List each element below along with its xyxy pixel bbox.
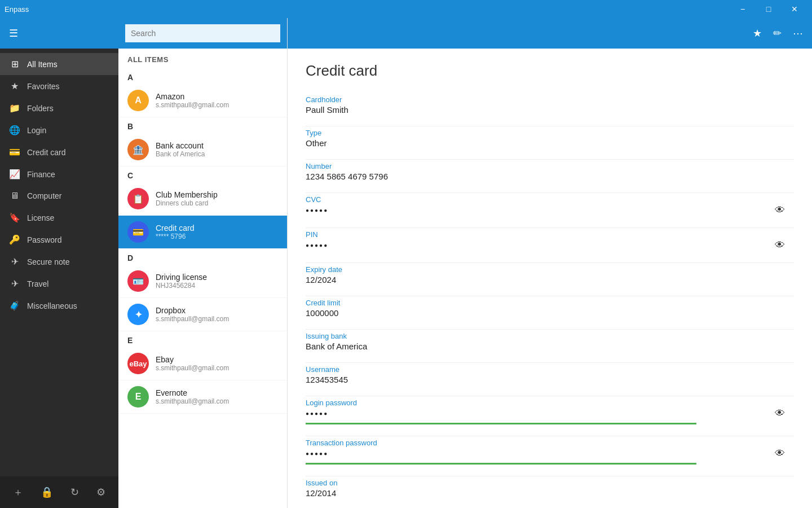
hamburger-icon[interactable]: ☰ [9, 27, 18, 40]
sidebar-item-favorites[interactable]: ★ Favorites [0, 75, 118, 97]
pin-eye-button[interactable]: 👁 [775, 239, 785, 251]
field-value-expiry-date: 12/2024 [306, 275, 794, 284]
sidebar-item-folders[interactable]: 📁 Folders [0, 97, 118, 119]
grid-icon: ⊞ [9, 59, 20, 69]
sidebar-item-computer[interactable]: 🖥 Computer [0, 185, 118, 207]
sidebar-item-secure-note[interactable]: ✈ Secure note [0, 251, 118, 273]
key-icon: 🔑 [9, 234, 20, 245]
sidebar-item-login[interactable]: 🌐 Login [0, 119, 118, 141]
star-icon: ★ [9, 81, 20, 91]
item-title-club-membership: Club Membership [156, 190, 278, 199]
close-button[interactable]: ✕ [782, 0, 807, 18]
field-value-transaction-password: ●●●●● [306, 448, 794, 459]
detail-title: Credit card [306, 62, 794, 80]
item-title-credit-card: Credit card [156, 224, 278, 233]
search-input[interactable] [125, 24, 280, 42]
item-title-amazon: Amazon [156, 92, 278, 101]
field-value-cardholder: Paull Smith [306, 105, 794, 115]
field-label-login-password: Login password [306, 398, 794, 407]
list-item-credit-card[interactable]: 💳 Credit card ***** 5796 [118, 216, 287, 249]
list-item-bank-account[interactable]: 🏦 Bank account Bank of America [118, 133, 287, 167]
sidebar: ☰ ⊞ All Items ★ Favorites 📁 Folders 🌐 Lo… [0, 18, 118, 508]
app-title: Enpass [5, 5, 29, 14]
field-cardholder: Cardholder Paull Smith [306, 95, 794, 115]
folders-label: Folders [27, 104, 54, 113]
detail-content: Credit card Cardholder Paull Smith Type … [288, 49, 812, 508]
credit-card-icon: 💳 [9, 147, 20, 157]
field-issued-on: Issued on 12/2014 [306, 479, 794, 498]
list-item-driving-license[interactable]: 🪪 Driving license NHJ3456284 [118, 265, 287, 298]
all-items-label: All Items [27, 60, 58, 69]
middle-panel: ALL ITEMS A A Amazon s.smithpaull@gmail.… [118, 18, 288, 508]
sidebar-header: ☰ [0, 18, 118, 49]
finance-icon: 📈 [9, 169, 20, 179]
sync-button[interactable]: ↻ [70, 486, 79, 498]
avatar-credit-card: 💳 [127, 221, 149, 243]
field-label-issuing-bank: Issuing bank [306, 332, 794, 340]
login-password-strength [306, 423, 696, 424]
field-expiry-date: Expiry date 12/2024 [306, 265, 794, 284]
avatar-amazon: A [127, 90, 149, 111]
avatar-dropbox: ✦ [127, 304, 149, 325]
sidebar-footer: ＋ 🔒 ↻ ⚙ [0, 476, 118, 508]
login-password-eye-button[interactable]: 👁 [775, 408, 785, 419]
item-title-bank-account: Bank account [156, 141, 278, 150]
item-sub-dropbox: s.smithpaull@gmail.com [156, 315, 278, 323]
field-pin: PIN ●●●●● 👁 [306, 230, 794, 251]
login-label: Login [27, 126, 46, 135]
field-label-issued-on: Issued on [306, 479, 794, 487]
sidebar-item-travel[interactable]: ✈ Travel [0, 273, 118, 295]
sidebar-item-all-items[interactable]: ⊞ All Items [0, 53, 118, 75]
list-item-ebay[interactable]: eBay Ebay s.smithpaull@gmail.com [118, 347, 287, 380]
list-scroll: A A Amazon s.smithpaull@gmail.com B 🏦 Ba… [118, 68, 287, 508]
item-title-evernote: Evernote [156, 388, 278, 397]
item-title-dropbox: Dropbox [156, 306, 278, 315]
field-label-pin: PIN [306, 230, 794, 239]
transaction-password-eye-button[interactable]: 👁 [775, 448, 785, 459]
titlebar-controls: − □ ✕ [730, 0, 807, 18]
avatar-ebay: eBay [127, 353, 149, 374]
item-sub-ebay: s.smithpaull@gmail.com [156, 364, 278, 372]
avatar-bank-account: 🏦 [127, 139, 149, 160]
search-bar [118, 18, 287, 49]
sidebar-item-finance[interactable]: 📈 Finance [0, 163, 118, 185]
sidebar-item-password[interactable]: 🔑 Password [0, 229, 118, 251]
section-letter-d: D [118, 249, 287, 265]
list-item-club-membership[interactable]: 📋 Club Membership Dinners club card [118, 182, 287, 216]
field-value-login-password: ●●●●● [306, 408, 794, 419]
list-item-amazon[interactable]: A Amazon s.smithpaull@gmail.com [118, 84, 287, 117]
miscellaneous-label: Miscellaneous [27, 301, 77, 310]
item-sub-bank-account: Bank of America [156, 150, 278, 158]
item-sub-amazon: s.smithpaull@gmail.com [156, 101, 278, 109]
maximize-button[interactable]: □ [756, 0, 782, 18]
secure-note-label: Secure note [27, 257, 70, 266]
edit-button[interactable]: ✏ [773, 27, 782, 40]
field-label-type: Type [306, 129, 794, 137]
app-body: ☰ ⊞ All Items ★ Favorites 📁 Folders 🌐 Lo… [0, 18, 812, 508]
add-button[interactable]: ＋ [13, 485, 23, 499]
cvc-eye-button[interactable]: 👁 [775, 204, 785, 216]
item-info-bank-account: Bank account Bank of America [156, 141, 278, 158]
item-info-amazon: Amazon s.smithpaull@gmail.com [156, 92, 278, 109]
field-label-cvc: CVC [306, 195, 794, 204]
password-label: Password [27, 235, 61, 244]
field-label-number: Number [306, 162, 794, 170]
avatar-driving-license: 🪪 [127, 270, 149, 292]
list-item-evernote[interactable]: E Evernote s.smithpaull@gmail.com [118, 380, 287, 414]
field-credit-limit: Credit limit 1000000 [306, 299, 794, 318]
finance-label: Finance [27, 170, 55, 179]
sidebar-item-license[interactable]: 🔖 License [0, 207, 118, 229]
field-number: Number 1234 5865 4679 5796 [306, 162, 794, 181]
minimize-button[interactable]: − [730, 0, 756, 18]
sidebar-item-miscellaneous[interactable]: 🧳 Miscellaneous [0, 295, 118, 317]
favorite-button[interactable]: ★ [753, 27, 762, 40]
field-value-cvc: ●●●●● [306, 205, 794, 216]
lock-button[interactable]: 🔒 [41, 486, 53, 498]
settings-button[interactable]: ⚙ [96, 486, 105, 498]
field-transaction-password: Transaction password ●●●●● 👁 [306, 439, 794, 465]
field-value-issuing-bank: Bank of America [306, 341, 794, 351]
sidebar-item-credit-card[interactable]: 💳 Credit card [0, 141, 118, 163]
list-item-dropbox[interactable]: ✦ Dropbox s.smithpaull@gmail.com [118, 298, 287, 331]
more-button[interactable]: ⋯ [793, 27, 803, 40]
field-value-username: 123453545 [306, 375, 794, 384]
